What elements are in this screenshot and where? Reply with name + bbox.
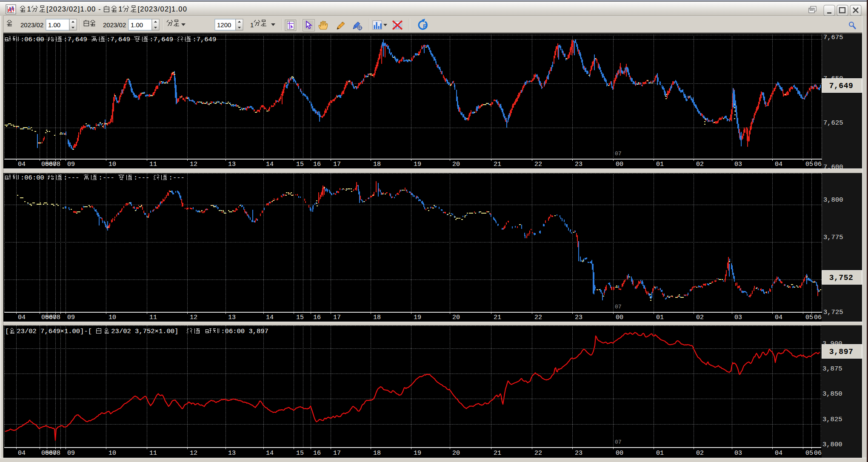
- svg-text:3,725: 3,725: [823, 308, 843, 316]
- svg-text:22: 22: [534, 161, 542, 168]
- svg-text:05: 05: [805, 161, 813, 168]
- svg-text::7,649: :7,649: [149, 36, 173, 43]
- svg-text:R: R: [423, 23, 427, 29]
- svg-text:12: 12: [190, 450, 197, 457]
- svg-text:3,800: 3,800: [823, 196, 843, 204]
- svg-text:01: 01: [656, 161, 664, 168]
- svg-text:04: 04: [775, 161, 782, 168]
- svg-text:03: 03: [734, 314, 742, 321]
- svg-text:10: 10: [108, 450, 116, 457]
- svg-text::06:00: :06:00: [20, 36, 44, 43]
- svg-text:05: 05: [805, 314, 813, 321]
- svg-text:07: 07: [615, 304, 622, 310]
- svg-text:09: 09: [67, 161, 75, 168]
- svg-text:17: 17: [333, 450, 341, 457]
- svg-text:12: 12: [190, 314, 197, 321]
- svg-text:3,850: 3,850: [822, 390, 842, 398]
- svg-text:19: 19: [414, 161, 421, 168]
- svg-text:16: 16: [313, 450, 321, 457]
- svg-text:17: 17: [333, 161, 341, 168]
- svg-text:15: 15: [296, 161, 304, 168]
- svg-text:00: 00: [616, 450, 623, 457]
- svg-text:23: 23: [575, 450, 582, 457]
- svg-text:2023/02: 2023/02: [20, 21, 43, 29]
- svg-text:02: 02: [696, 314, 704, 321]
- svg-text:7,675: 7,675: [823, 34, 843, 41]
- svg-text:21: 21: [494, 161, 501, 168]
- svg-text:20: 20: [452, 161, 460, 168]
- svg-text:3,800: 3,800: [822, 441, 842, 448]
- svg-text:3,752: 3,752: [829, 274, 854, 282]
- svg-text:09: 09: [67, 450, 75, 457]
- svg-text:23: 23: [575, 314, 582, 321]
- svg-text::---: :---: [99, 174, 114, 182]
- svg-text:06: 06: [814, 450, 822, 457]
- svg-text::06:00 3,897: :06:00 3,897: [221, 328, 268, 335]
- svg-text:09: 09: [67, 314, 75, 321]
- svg-text:18: 18: [373, 161, 381, 168]
- svg-text:08: 08: [53, 314, 60, 321]
- svg-text:11: 11: [149, 314, 157, 321]
- svg-text:23/02 7,649×1.00]-[: 23/02 7,649×1.00]-[: [17, 328, 92, 335]
- svg-text:13: 13: [228, 450, 236, 457]
- svg-text:21: 21: [494, 450, 501, 457]
- svg-text:1: 1: [27, 5, 31, 13]
- svg-text:1: 1: [118, 5, 123, 13]
- svg-text::---: :---: [63, 174, 79, 182]
- svg-text:16: 16: [313, 161, 321, 168]
- svg-text:06: 06: [814, 161, 822, 168]
- svg-text:17: 17: [333, 314, 341, 321]
- svg-text:06: 06: [814, 314, 822, 321]
- svg-text:1200: 1200: [217, 21, 231, 29]
- svg-text:18: 18: [373, 450, 381, 457]
- svg-text:20: 20: [452, 314, 460, 321]
- svg-text:13: 13: [228, 314, 236, 321]
- svg-text:[2023/02]1.00: [2023/02]1.00: [138, 5, 188, 13]
- svg-text:15: 15: [296, 314, 304, 321]
- svg-text:14: 14: [266, 161, 274, 168]
- svg-text:04: 04: [775, 450, 782, 457]
- svg-text:23/02 3,752×1.00]: 23/02 3,752×1.00]: [111, 328, 178, 335]
- svg-text:19: 19: [414, 314, 421, 321]
- svg-text:14: 14: [266, 450, 274, 457]
- svg-text:11: 11: [149, 161, 157, 168]
- svg-text:03: 03: [734, 450, 742, 457]
- svg-text:03: 03: [734, 161, 742, 168]
- svg-text:01: 01: [656, 314, 664, 321]
- svg-text::7,649: :7,649: [192, 36, 216, 43]
- svg-text:00: 00: [616, 314, 623, 321]
- svg-text:04: 04: [18, 161, 26, 168]
- svg-text:23: 23: [575, 161, 582, 168]
- svg-text:1: 1: [250, 21, 254, 29]
- svg-text:[: [: [5, 328, 9, 335]
- svg-text:3,875: 3,875: [822, 365, 842, 373]
- svg-text:22: 22: [534, 314, 542, 321]
- svg-text:3,825: 3,825: [822, 416, 842, 423]
- svg-text:22: 22: [534, 450, 542, 457]
- svg-text:07: 07: [615, 439, 622, 445]
- svg-text:07: 07: [615, 151, 622, 157]
- svg-text:18: 18: [373, 314, 381, 321]
- svg-text::7,649: :7,649: [63, 36, 87, 43]
- svg-text:3,897: 3,897: [829, 348, 854, 356]
- svg-text:20: 20: [452, 450, 460, 457]
- svg-text:01: 01: [656, 450, 664, 457]
- svg-text:08: 08: [53, 161, 60, 168]
- svg-text:1.00: 1.00: [48, 21, 60, 29]
- svg-text:11: 11: [149, 450, 157, 457]
- svg-text:10: 10: [108, 314, 116, 321]
- svg-text:04: 04: [775, 314, 782, 321]
- svg-text:16: 16: [313, 314, 321, 321]
- svg-text:04: 04: [18, 314, 26, 321]
- svg-text:10: 10: [108, 161, 116, 168]
- svg-text:05: 05: [805, 450, 813, 457]
- svg-text:21: 21: [494, 314, 501, 321]
- svg-text:7,649: 7,649: [829, 82, 854, 90]
- svg-text:13: 13: [228, 161, 236, 168]
- svg-text::7,649: :7,649: [106, 36, 130, 43]
- svg-text:02: 02: [696, 450, 704, 457]
- svg-text:00: 00: [616, 161, 623, 168]
- svg-text:2023/02: 2023/02: [103, 21, 126, 29]
- svg-text:08: 08: [53, 450, 60, 457]
- svg-text::06:00: :06:00: [20, 174, 44, 182]
